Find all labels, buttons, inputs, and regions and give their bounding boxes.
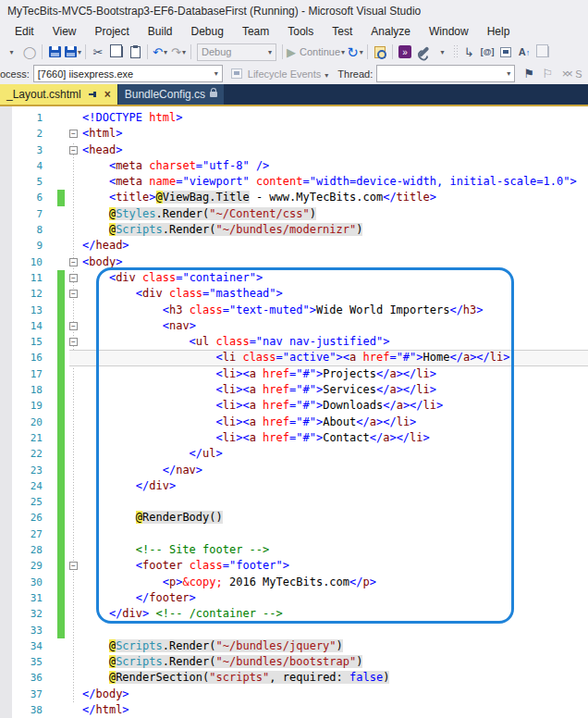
code-line[interactable]: 11− <div class="container"> (0, 270, 588, 286)
menu-item-view[interactable]: View (43, 23, 86, 40)
code-line[interactable]: 8 @Scripts.Render("~/bundles/modernizr") (0, 222, 588, 238)
menu-item-debug[interactable]: Debug (182, 23, 233, 40)
tab-bundleconfig-cs[interactable]: BundleConfig.cs (118, 84, 224, 105)
fold-collapse-icon[interactable]: − (69, 258, 78, 266)
thread-label: Thread: (337, 68, 373, 80)
code-line[interactable]: 27 (0, 526, 588, 542)
restart-button[interactable]: ↻▾ (347, 43, 363, 61)
paste-button[interactable] (127, 43, 143, 61)
code-line[interactable]: 14− <nav> (0, 318, 588, 334)
code-line[interactable]: 15− <ul class="nav nav-justified"> (0, 334, 588, 350)
menu-item-help[interactable]: Help (478, 23, 520, 40)
code-line[interactable]: 10−<body> (0, 254, 588, 270)
fold-collapse-icon[interactable]: − (69, 562, 78, 570)
code-line[interactable]: 1<!DOCTYPE html> (0, 110, 588, 126)
change-tracking-bar (57, 238, 65, 254)
code-line[interactable]: 37</body> (0, 687, 588, 702)
line-number: 22 (0, 446, 43, 462)
tab-label: _Layout.cshtml (6, 88, 81, 101)
code-line[interactable]: 4 <meta charset="utf-8" /> (0, 158, 588, 174)
pin-icon[interactable] (89, 90, 98, 99)
fold-collapse-icon[interactable]: − (69, 338, 78, 346)
code-line[interactable]: 33 (0, 623, 588, 638)
code-line[interactable]: 5 <meta name="viewport" content="width=d… (0, 174, 588, 190)
close-icon[interactable]: × (104, 89, 111, 100)
show-next-statement-button[interactable]: ↳ (460, 43, 477, 61)
line-number: 4 (0, 158, 43, 174)
code-line[interactable]: 35 @Scripts.Render("~/bundles/bootstrap"… (0, 654, 588, 670)
thread-combo[interactable]: ▾ (376, 65, 515, 82)
save-button[interactable] (46, 43, 63, 61)
code-line[interactable]: 19 <li><a href="#">Downloads</a></li> (0, 398, 588, 414)
code-line[interactable]: 21 <li><a href="#">Contact</a></li> (0, 430, 588, 446)
process-combo[interactable]: [7660] iisexpress.exe▾ (33, 65, 223, 82)
code-line[interactable]: 3−<head> (0, 142, 588, 158)
code-line[interactable]: 23 </nav> (0, 463, 588, 478)
menu-item-edit[interactable]: Edit (6, 23, 43, 40)
bookmark-button[interactable] (497, 43, 514, 61)
line-number: 3 (0, 142, 43, 158)
code-line[interactable]: 6 <title>@ViewBag.Title - www.MyTecBits.… (0, 190, 588, 205)
code-line[interactable]: 32 </div> <!-- /container --> (0, 606, 588, 622)
tab-layout-cshtml[interactable]: _Layout.cshtml × (0, 84, 117, 105)
code-line[interactable]: 36 @RenderSection("scripts", required: f… (0, 670, 588, 686)
cut-button[interactable]: ✂ (90, 43, 106, 61)
suspend-events-button[interactable] (228, 65, 245, 83)
code-line[interactable]: 9</head> (0, 238, 588, 254)
menu-item-tools[interactable]: Tools (278, 23, 323, 40)
menu-item-analyze[interactable]: Analyze (361, 23, 420, 40)
menu-item-test[interactable]: Test (323, 23, 361, 40)
code-line[interactable]: 13 <h3 class="text-muted">Wide World Imp… (0, 303, 588, 318)
code-line[interactable]: 25 (0, 494, 588, 510)
code-line[interactable]: 24 </div> (0, 478, 588, 494)
toolbar-drag-handle[interactable] (453, 44, 458, 59)
fold-collapse-icon[interactable]: − (69, 130, 78, 138)
lifecycle-events-button[interactable]: Lifecycle Events ▾ (248, 68, 329, 80)
code-line[interactable]: 18 <li><a href="#">Services</a></li> (0, 382, 588, 398)
copy-disabled-button[interactable] (534, 43, 551, 61)
find-in-files-button[interactable] (372, 43, 388, 61)
code-line[interactable]: 2−<html> (0, 126, 588, 142)
flag-outline-button[interactable]: ⚐ (539, 65, 556, 83)
code-line[interactable]: 26 @RenderBody() (0, 510, 588, 526)
flag-filter-button[interactable]: ⚑ (521, 65, 537, 83)
fold-collapse-icon[interactable]: − (69, 146, 78, 155)
navigate-backward-icon[interactable]: ◯ (21, 43, 38, 61)
code-line[interactable]: 28 <!-- Site footer --> (0, 542, 588, 558)
redo-button[interactable]: ↷▾ (170, 43, 187, 61)
undo-button[interactable]: ↶▾ (152, 43, 168, 61)
code-editor[interactable]: 1<!DOCTYPE html>2−<html>3−<head>4 <meta … (0, 106, 588, 718)
code-text: <footer class="footer"> (82, 558, 289, 574)
toolbar-options-button[interactable]: ▾ (434, 43, 450, 61)
fold-collapse-icon[interactable]: − (69, 322, 78, 330)
menu-item-team[interactable]: Team (233, 23, 278, 40)
change-tracking-bar (57, 510, 65, 526)
code-line[interactable]: 34 @Scripts.Render("~/bundles/jquery") (0, 638, 588, 654)
code-line[interactable]: 7 @Styles.Render("~/Content/css") (0, 206, 588, 222)
navigate-button[interactable]: A↑ (516, 43, 533, 61)
change-tracking-bar (57, 670, 65, 686)
menu-item-window[interactable]: Window (420, 23, 478, 40)
code-line[interactable]: 38</html> (0, 702, 588, 718)
menu-item-build[interactable]: Build (139, 23, 182, 40)
code-line[interactable]: 20 <li><a href="#">About</a></li> (0, 415, 588, 430)
attribute-button[interactable]: [@] (479, 43, 496, 61)
code-line[interactable]: 17 <li><a href="#">Projects</a></li> (0, 366, 588, 382)
fold-collapse-icon[interactable]: − (69, 290, 78, 298)
intellitrace-button[interactable]: » (397, 43, 413, 61)
toggle-crossed-button[interactable]: ×× (557, 65, 574, 83)
copy-button[interactable] (108, 43, 125, 61)
fold-collapse-icon[interactable]: − (69, 274, 78, 282)
code-line[interactable]: 16 <li class="active"><a href="#">Home</… (0, 350, 588, 365)
save-all-button[interactable]: ▾ (65, 43, 81, 61)
code-line[interactable]: 31 </footer> (0, 590, 588, 606)
toolbar-overflow-button[interactable]: ▾ (3, 43, 19, 61)
code-line[interactable]: 12− <div class="masthead"> (0, 286, 588, 302)
settings-button[interactable] (415, 43, 432, 61)
continue-button[interactable]: ▶ Continue ▾ (287, 43, 345, 61)
solution-configuration-combo[interactable]: Debug▾ (197, 43, 276, 61)
code-line[interactable]: 30 <p>&copy; 2016 MyTecBits.com</p> (0, 575, 588, 590)
menu-item-project[interactable]: Project (85, 23, 138, 40)
code-line[interactable]: 29− <footer class="footer"> (0, 558, 588, 574)
code-line[interactable]: 22 </ul> (0, 446, 588, 462)
